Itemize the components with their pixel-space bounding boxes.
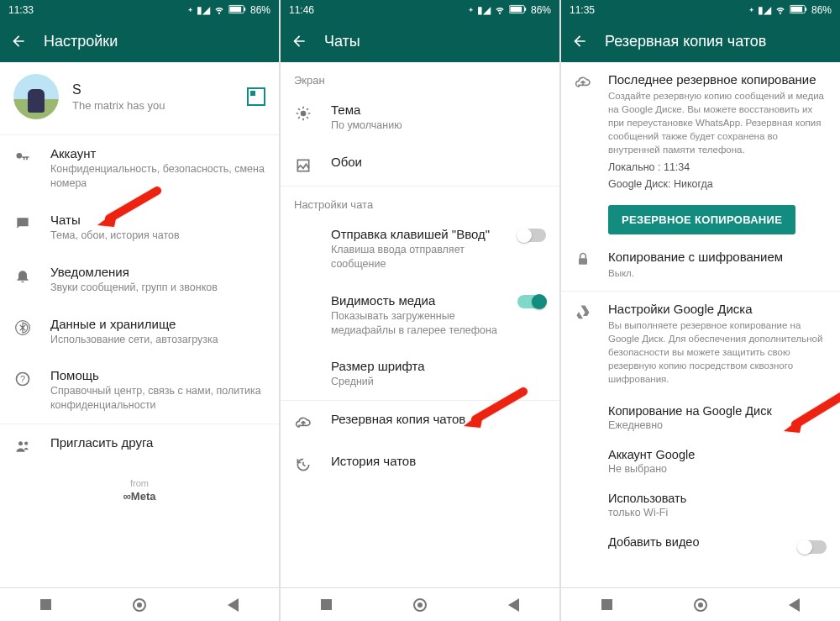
chat-icon: [13, 214, 32, 233]
local-backup-time: Локально : 11:34: [608, 161, 827, 173]
encrypt-row[interactable]: Копирование с шифрованием Выкл.: [561, 239, 840, 290]
wifi-icon: [213, 3, 225, 18]
appbar-title: Резервная копия чатов: [605, 33, 766, 50]
qr-icon[interactable]: [247, 87, 265, 106]
invite-icon: [13, 437, 32, 455]
gdrive-section: Настройки Google Диска Вы выполняете рез…: [561, 292, 840, 396]
data-icon: [13, 318, 32, 337]
svg-point-5: [18, 441, 23, 445]
phone-chats: 11:46 ᛭ ▮◢ 86% Чаты Экран Тема По умолча…: [281, 0, 559, 621]
nav-recents[interactable]: [40, 599, 51, 610]
item-chat-history[interactable]: История чатов: [281, 443, 559, 485]
battery-icon: [228, 4, 247, 17]
statusbar: 11:33 ᛭ ▮◢ 86%: [0, 0, 279, 20]
battery-icon: [790, 4, 808, 17]
item-account[interactable]: Аккаунт Конфиденциальность, безопасность…: [0, 135, 279, 202]
svg-text:?: ?: [20, 375, 25, 385]
item-data-storage[interactable]: Данные и хранилище Использование сети, а…: [0, 306, 279, 358]
phone-backup: 11:35 ᛭ ▮◢ 86% Резервная копия чатов Пос…: [561, 0, 840, 621]
signal-icon: ▮◢: [197, 4, 210, 16]
svg-rect-15: [579, 259, 587, 266]
appbar-title: Чаты: [324, 33, 360, 50]
item-backup-to-drive[interactable]: Копирование на Google Диск Ежедневно: [561, 396, 840, 439]
help-icon: ?: [13, 370, 32, 388]
svg-point-6: [24, 442, 28, 445]
history-icon: [294, 455, 312, 474]
item-theme[interactable]: Тема По умолчанию: [281, 92, 559, 144]
status-time: 11:35: [570, 4, 595, 16]
item-include-video[interactable]: Добавить видео: [561, 527, 840, 557]
phone-settings: 11:33 ᛭ ▮◢ 86% Настройки S The matrix ha…: [0, 0, 279, 621]
item-backup-over[interactable]: Использовать только Wi-Fi: [561, 483, 840, 527]
toggle-include-video[interactable]: [798, 540, 827, 554]
back-icon[interactable]: [571, 33, 588, 50]
wallpaper-icon: [294, 156, 312, 175]
bell-icon: [13, 266, 32, 285]
navbar: [281, 587, 559, 621]
svg-rect-1: [229, 6, 241, 11]
status-time: 11:33: [8, 4, 34, 16]
back-icon[interactable]: [10, 33, 27, 50]
statusbar: 11:46 ᛭ ▮◢ 86%: [281, 0, 559, 20]
nav-recents[interactable]: [321, 599, 332, 610]
item-invite[interactable]: Пригласить друга: [0, 424, 279, 466]
backup-button[interactable]: РЕЗЕРВНОЕ КОПИРОВАНИЕ: [608, 205, 795, 234]
item-chats[interactable]: Чаты Тема, обои, история чатов: [0, 202, 279, 254]
item-font-size[interactable]: Размер шрифта Средний: [281, 348, 559, 400]
battery-pct: 86%: [811, 4, 832, 16]
nav-back[interactable]: [789, 598, 800, 612]
from-label: from: [0, 466, 279, 490]
status-time: 11:46: [289, 4, 314, 16]
battery-pct: 86%: [531, 4, 551, 16]
gdrive-icon: [575, 303, 593, 324]
appbar: Настройки: [0, 20, 279, 62]
cloud-up-icon: [294, 413, 312, 432]
profile-name: S: [72, 82, 165, 97]
item-enter-send[interactable]: Отправка клавишей "Ввод" Клавиша ввода о…: [281, 216, 559, 282]
bluetooth-icon: ᛭: [748, 4, 754, 16]
cloud-up-icon: [575, 74, 593, 94]
toggle-enter-send[interactable]: [517, 229, 546, 242]
svg-rect-9: [524, 8, 526, 11]
back-icon[interactable]: [291, 33, 307, 50]
profile-row[interactable]: S The matrix has you: [0, 62, 279, 135]
toggle-media-visibility[interactable]: [517, 295, 546, 308]
item-wallpaper[interactable]: Обои: [281, 144, 559, 186]
item-notifications[interactable]: Уведомления Звуки сообщений, групп и зво…: [0, 254, 279, 306]
item-google-account[interactable]: Аккаунт Google Не выбрано: [561, 439, 840, 483]
meta-logo: Meta: [0, 490, 279, 513]
svg-rect-14: [805, 8, 806, 11]
key-icon: [13, 148, 32, 166]
svg-rect-13: [790, 6, 802, 11]
nav-back[interactable]: [508, 598, 519, 612]
statusbar: 11:35 ᛭ ▮◢ 86%: [561, 0, 840, 20]
battery-pct: 86%: [250, 4, 270, 16]
svg-rect-8: [510, 6, 522, 11]
appbar: Резервная копия чатов: [561, 20, 840, 62]
battery-icon: [509, 4, 528, 17]
avatar: [13, 74, 59, 119]
bluetooth-icon: ᛭: [468, 4, 474, 16]
item-chat-backup[interactable]: Резервная копия чатов: [281, 401, 559, 443]
settings-content: S The matrix has you Аккаунт Конфиденциа…: [0, 62, 279, 587]
wifi-icon: [494, 3, 506, 18]
item-media-visibility[interactable]: Видимость медиа Показывать загруженные м…: [281, 282, 559, 349]
theme-icon: [294, 104, 312, 123]
nav-home[interactable]: [413, 598, 427, 612]
navbar: [561, 587, 840, 621]
nav-home[interactable]: [694, 598, 707, 612]
wifi-icon: [774, 3, 786, 18]
navbar: [0, 587, 279, 621]
nav-back[interactable]: [228, 598, 239, 612]
gdrive-backup-time: Google Диск: Никогда: [608, 178, 827, 190]
profile-status: The matrix has you: [72, 99, 165, 112]
nav-home[interactable]: [133, 598, 146, 612]
svg-point-10: [301, 111, 307, 117]
bluetooth-icon: ᛭: [187, 4, 193, 16]
lock-icon: [575, 251, 593, 271]
item-help[interactable]: ? Помощь Справочный центр, связь с нами,…: [0, 357, 279, 424]
appbar-title: Настройки: [44, 33, 118, 50]
nav-recents[interactable]: [601, 599, 612, 610]
last-backup-block: Последнее резервное копирование Создайте…: [561, 62, 840, 200]
signal-icon: ▮◢: [477, 4, 491, 16]
